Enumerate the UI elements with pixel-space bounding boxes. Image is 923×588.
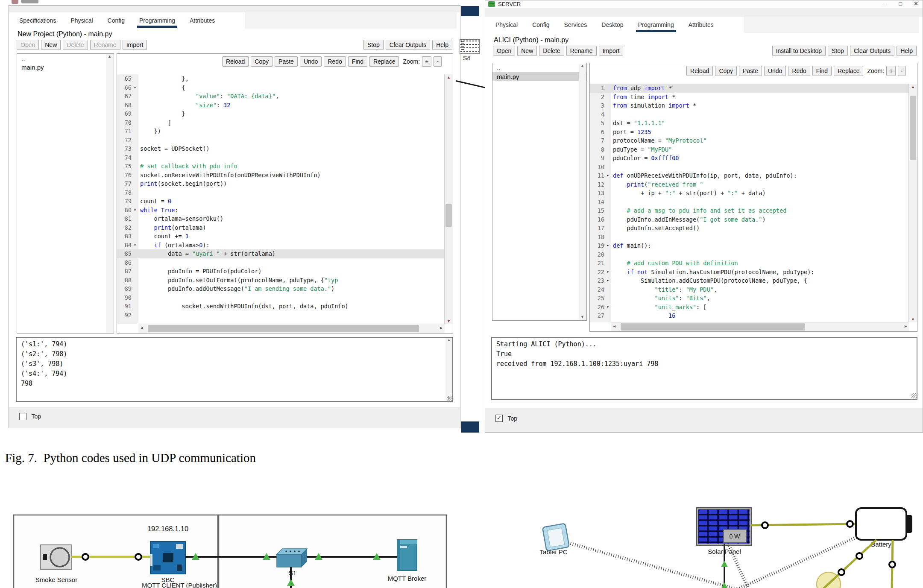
zoom-out-button[interactable]: - xyxy=(434,56,442,67)
code-line-10[interactable]: 10 xyxy=(590,163,909,172)
code-line-23[interactable]: 23▾ Simulation.addCustomPDU(protocolName… xyxy=(590,276,909,285)
scroll-up-icon[interactable]: ▲ xyxy=(909,85,917,89)
code-line-20[interactable]: 20 xyxy=(590,250,909,259)
code-line-13[interactable]: 13 + ip + ":" + str(port) + ":" + data) xyxy=(590,189,909,198)
tree-up-entry[interactable]: .. xyxy=(17,54,114,63)
left-editor-vscrollbar[interactable]: ▲ ▼ xyxy=(444,74,453,324)
tab-config[interactable]: Config xyxy=(108,17,125,24)
tab-attributes[interactable]: Attributes xyxy=(190,17,215,24)
code-line-88[interactable]: 88 pduInfo.setOutFormat(protocolName, pd… xyxy=(117,276,445,285)
code-line-17[interactable]: 17 pduInfo.setAccepted() xyxy=(590,224,909,233)
code-line-12[interactable]: 12 print("received from " xyxy=(590,180,909,189)
tab-programming[interactable]: Programming xyxy=(638,21,674,28)
resize-grip-icon[interactable] xyxy=(447,396,452,401)
undo-button[interactable]: Undo xyxy=(300,56,322,67)
open-button[interactable]: Open xyxy=(493,46,515,56)
fold-arrow-icon[interactable]: ▾ xyxy=(132,206,138,215)
tab-attributes[interactable]: Attributes xyxy=(689,21,714,28)
tree-file-mainpy[interactable]: main.py xyxy=(492,72,586,81)
redo-button[interactable]: Redo xyxy=(788,66,810,76)
code-line-80[interactable]: 80▾while True: xyxy=(117,206,445,215)
code-line-5[interactable]: 5dst = "1.1.1.1" xyxy=(590,119,909,128)
copy-button[interactable]: Copy xyxy=(715,66,737,76)
scroll-down-icon[interactable]: ▼ xyxy=(579,315,586,319)
code-line-18[interactable]: 18 xyxy=(590,233,909,242)
code-line-4[interactable]: 4 xyxy=(590,110,909,119)
tablet-pc-icon[interactable] xyxy=(542,524,569,551)
server-code-editor[interactable]: 1from udp import *2from time import *3fr… xyxy=(590,84,909,322)
scroll-right-icon[interactable]: ► xyxy=(904,324,908,328)
code-line-69[interactable]: 69 } xyxy=(117,109,445,118)
code-line-81[interactable]: 81 ortalama=sensorOku() xyxy=(117,214,445,223)
hscroll-thumb[interactable] xyxy=(148,325,419,332)
switch-s1-icon[interactable] xyxy=(277,549,307,567)
copy-button[interactable]: Copy xyxy=(251,56,273,67)
fold-arrow-icon[interactable]: ▾ xyxy=(604,276,611,285)
install-to-desktop-button[interactable]: Install to Desktop xyxy=(772,46,826,56)
code-line-9[interactable]: 9pduColor = 0xffff00 xyxy=(590,154,909,163)
code-line-68[interactable]: 68 "size": 32 xyxy=(117,101,445,110)
new-button[interactable]: New xyxy=(517,46,537,56)
code-line-73[interactable]: 73socket = UDPSocket() xyxy=(117,144,445,153)
fold-arrow-icon[interactable]: ▾ xyxy=(132,83,138,92)
code-line-92[interactable]: 92 xyxy=(117,311,445,320)
scroll-left-icon[interactable]: ◄ xyxy=(612,324,616,328)
code-line-74[interactable]: 74 xyxy=(117,153,445,162)
tree-scrollbar[interactable]: ▲ ▼ xyxy=(579,64,586,320)
code-line-90[interactable]: 90 xyxy=(117,293,445,302)
import-button[interactable]: Import xyxy=(123,40,147,50)
server-titlebar[interactable]: SERVER – □ ✕ xyxy=(485,0,923,8)
clear-outputs-button[interactable]: Clear Outputs xyxy=(386,40,430,50)
scroll-up-icon[interactable]: ▲ xyxy=(108,54,111,59)
scroll-up-icon[interactable]: ▲ xyxy=(580,64,584,68)
scroll-down-icon[interactable]: ▼ xyxy=(909,317,917,322)
code-line-83[interactable]: 83 count += 1 xyxy=(117,232,445,241)
code-line-8[interactable]: 8pduType = "MyPDU" xyxy=(590,145,909,154)
code-line-72[interactable]: 72 xyxy=(117,136,445,145)
code-line-85[interactable]: 85 data = "uyari " + str(ortalama) xyxy=(117,249,445,258)
switch-s4-icon[interactable] xyxy=(460,39,480,54)
code-line-89[interactable]: 89 pduInfo.addOutMessage("I am sending s… xyxy=(117,284,445,293)
fold-arrow-icon[interactable]: ▾ xyxy=(604,171,611,180)
code-line-26[interactable]: 26▾ "unit_marks": [ xyxy=(590,303,909,312)
code-line-84[interactable]: 84▾ if (ortalama>0): xyxy=(117,241,445,250)
replace-button[interactable]: Replace xyxy=(834,66,863,76)
code-line-78[interactable]: 78 xyxy=(117,188,445,197)
maximize-icon[interactable]: □ xyxy=(899,0,902,7)
rename-button[interactable]: Rename xyxy=(90,40,120,50)
code-line-87[interactable]: 87 pduInfo = PDUInfo(pduColor) xyxy=(117,267,445,276)
code-line-22[interactable]: 22▾ if not Simulation.hasCustomPDU(proto… xyxy=(590,268,909,277)
scroll-left-icon[interactable]: ◄ xyxy=(140,326,144,330)
code-line-91[interactable]: 91 socket.sendWithPDUInfo(dst, port, dat… xyxy=(117,302,445,311)
delete-button[interactable]: Delete xyxy=(539,46,564,56)
fold-arrow-icon[interactable]: ▾ xyxy=(604,303,611,312)
left-output-box[interactable]: ('s1:', 794) ('s2:', 798) ('s3', 798) ('… xyxy=(16,337,453,402)
tab-physical[interactable]: Physical xyxy=(70,17,93,24)
code-line-76[interactable]: 76socket.onReceiveWithPDUInfo(onUDPRecei… xyxy=(117,171,445,180)
code-line-3[interactable]: 3from simulation import * xyxy=(590,101,909,110)
code-line-25[interactable]: 25 "units": "Bits", xyxy=(590,294,909,303)
left-editor-hscrollbar[interactable]: ◄ ► xyxy=(138,324,445,333)
code-line-71[interactable]: 71 }) xyxy=(117,127,445,136)
scroll-down-icon[interactable]: ▼ xyxy=(445,319,453,323)
code-line-24[interactable]: 24 "title": "My PDU", xyxy=(590,285,909,294)
code-line-7[interactable]: 7protocolName = "MyProtocol" xyxy=(590,136,909,145)
code-line-79[interactable]: 79count = 0 xyxy=(117,197,445,206)
stop-button[interactable]: Stop xyxy=(828,46,848,56)
import-button[interactable]: Import xyxy=(599,46,624,56)
clear-outputs-button[interactable]: Clear Outputs xyxy=(850,46,894,56)
mqtt-broker-icon[interactable] xyxy=(397,540,417,570)
reload-button[interactable]: Reload xyxy=(222,56,249,67)
top-checkbox[interactable] xyxy=(19,413,26,420)
left-output-scrollbar[interactable]: ▲ ▼ xyxy=(445,338,452,401)
open-button[interactable]: Open xyxy=(17,40,39,50)
vscroll-thumb[interactable] xyxy=(445,204,452,227)
code-line-67[interactable]: 67 "value": "DATA: {data}", xyxy=(117,92,445,101)
fold-arrow-icon[interactable]: ▾ xyxy=(604,241,611,250)
code-line-21[interactable]: 21 # add custom PDU with definition xyxy=(590,259,909,268)
code-line-19[interactable]: 19▾def main(): xyxy=(590,241,909,250)
fold-arrow-icon[interactable]: ▾ xyxy=(132,241,138,250)
code-line-2[interactable]: 2from time import * xyxy=(590,93,909,102)
undo-button[interactable]: Undo xyxy=(764,66,786,76)
smoke-sensor-icon[interactable] xyxy=(41,545,71,570)
